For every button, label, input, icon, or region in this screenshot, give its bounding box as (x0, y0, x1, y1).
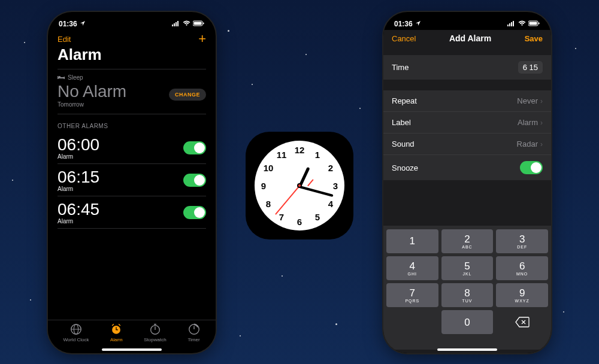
label-cell[interactable]: Label Alarm› (383, 112, 551, 134)
change-button[interactable]: CHANGE (169, 89, 206, 101)
keypad-key-1[interactable]: 1 (386, 229, 438, 253)
options-group: Repeat Never› Label Alarm› Sound Radar› … (383, 90, 551, 180)
svg-rect-23 (509, 23, 510, 26)
svg-rect-18 (154, 324, 156, 325)
tab-label: World Clock (63, 337, 89, 342)
clock-number: 7 (279, 211, 284, 222)
chevron-icon: › (540, 97, 543, 105)
svg-rect-1 (174, 23, 175, 26)
signal-icon (172, 20, 180, 28)
status-time: 01:36 (394, 20, 413, 28)
alarm-switch[interactable] (183, 206, 206, 219)
svg-rect-10 (59, 76, 60, 77)
home-indicator[interactable] (437, 348, 497, 351)
location-icon (80, 20, 86, 28)
time-cell[interactable]: Time 6 15 (383, 55, 551, 80)
tab-alarm[interactable]: Alarm (110, 323, 123, 342)
keypad-key-2[interactable]: 2ABC (441, 229, 494, 253)
svg-rect-22 (507, 25, 509, 26)
label-value: Alarm (518, 118, 538, 127)
alarm-time: 06:45 (58, 200, 99, 219)
wifi-icon (518, 20, 526, 28)
minute-hand (299, 186, 333, 197)
sound-cell[interactable]: Sound Radar› (383, 134, 551, 155)
second-hand (276, 186, 300, 214)
no-alarm-text: No Alarm (58, 82, 126, 101)
signal-icon (507, 20, 516, 28)
sound-label: Sound (392, 139, 415, 148)
clock-number: 8 (266, 199, 271, 209)
edit-button[interactable]: Edit (58, 35, 71, 44)
keypad-key-5[interactable]: 5JKL (441, 256, 494, 280)
repeat-value: Never (517, 96, 538, 105)
repeat-label: Repeat (392, 96, 417, 105)
battery-icon (193, 20, 205, 28)
notch (93, 12, 171, 25)
keypad-key-9[interactable]: 9WXYZ (496, 283, 548, 307)
keypad-key-4[interactable]: 4GHI (386, 256, 438, 280)
repeat-cell[interactable]: Repeat Never› (383, 90, 551, 112)
alarm-time: 06:00 (58, 135, 99, 154)
page-title: Alarm (48, 44, 216, 69)
svg-rect-25 (513, 21, 514, 26)
svg-rect-3 (177, 21, 179, 26)
clock-number: 9 (261, 181, 266, 191)
time-value[interactable]: 6 15 (518, 61, 543, 74)
clock-number: 3 (333, 181, 338, 191)
snooze-cell: Snooze (383, 155, 551, 180)
chevron-icon: › (540, 119, 543, 127)
svg-rect-6 (203, 23, 204, 25)
clock-number: 6 (297, 217, 302, 227)
sleep-section: Sleep No Alarm Tomorrow CHANGE (48, 69, 216, 109)
alarm-switch[interactable] (183, 141, 206, 154)
tab-label: Timer (187, 337, 199, 342)
snooze-switch[interactable] (520, 161, 543, 174)
clock-number: 5 (315, 211, 320, 222)
add-alarm-title: Add Alarm (449, 34, 491, 43)
keypad-delete[interactable] (496, 310, 548, 334)
svg-rect-24 (511, 22, 512, 26)
sleep-label: Sleep (68, 74, 83, 81)
keypad-key-0[interactable]: 0 (441, 310, 494, 334)
svg-rect-7 (58, 77, 65, 78)
tab-timer[interactable]: Timer (187, 323, 201, 342)
svg-rect-2 (176, 22, 177, 26)
clock-face: 121234567891011 (255, 141, 344, 230)
svg-rect-8 (58, 76, 59, 79)
alarm-row[interactable]: 06:45 Alarm (48, 196, 216, 228)
phone-add-alarm: 01:36 Cancel Add Alarm Save Time (383, 12, 551, 353)
snooze-label: Snooze (392, 163, 418, 172)
keypad-key-7[interactable]: 7PQRS (386, 283, 438, 307)
alarm-time: 06:15 (58, 168, 99, 187)
location-icon (415, 20, 421, 28)
cancel-button[interactable]: Cancel (392, 34, 416, 43)
svg-rect-27 (530, 22, 537, 25)
clock-center-pin (298, 184, 301, 187)
home-indicator[interactable] (102, 348, 162, 351)
sound-value: Radar (517, 139, 538, 148)
clock-number: 4 (328, 199, 333, 209)
second-hand-tail (307, 180, 313, 187)
clock-number: 12 (295, 145, 305, 155)
tab-label: Stopwatch (144, 337, 166, 342)
battery-icon (528, 20, 540, 28)
svg-rect-15 (116, 327, 117, 330)
keypad-key-6[interactable]: 6MNO (496, 256, 548, 280)
keypad-blank (386, 310, 438, 334)
keypad-key-8[interactable]: 8TUV (441, 283, 494, 307)
status-time: 01:36 (59, 20, 77, 28)
keypad-key-3[interactable]: 3DEF (496, 229, 548, 253)
tab-stopwatch[interactable]: Stopwatch (144, 323, 166, 342)
tab-label: Alarm (110, 337, 123, 342)
add-alarm-button[interactable]: + (198, 32, 206, 46)
clock-number: 2 (328, 163, 333, 173)
time-group: Time 6 15 (383, 55, 551, 80)
tab-world-clock[interactable]: World Clock (63, 323, 89, 342)
alarm-switch[interactable] (183, 174, 206, 187)
svg-rect-28 (539, 23, 540, 25)
clock-number: 11 (277, 150, 287, 160)
alarm-row[interactable]: 06:15 Alarm (48, 164, 216, 196)
alarm-row[interactable]: 06:00 Alarm (48, 132, 216, 163)
save-button[interactable]: Save (525, 34, 543, 43)
time-label: Time (392, 63, 409, 72)
